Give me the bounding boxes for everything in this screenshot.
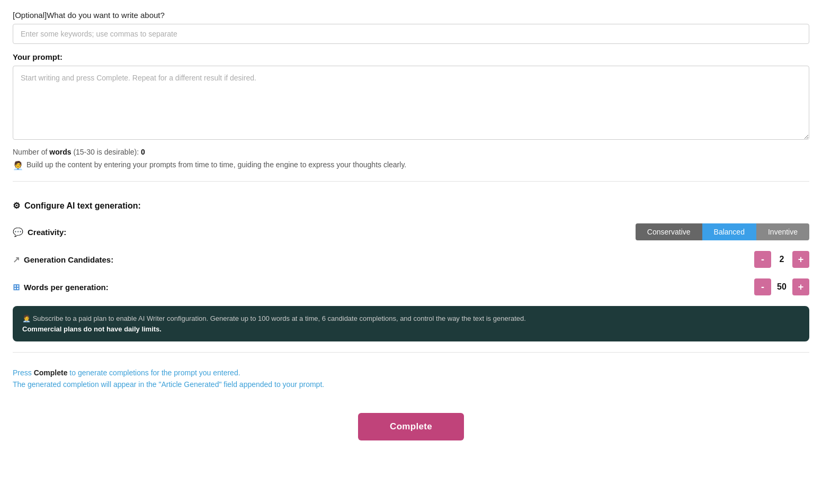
instructions-section: Press Complete to generate completions f… [13, 363, 809, 402]
creativity-label: Creativity: [28, 228, 66, 237]
separator [13, 352, 809, 353]
creativity-inventive-btn[interactable]: Inventive [756, 223, 809, 240]
configure-section: ⚙ Configure AI text generation: 💬 Creati… [13, 192, 809, 341]
generation-candidates-icon: ↗ [13, 255, 20, 265]
word-count-prefix: Number of [13, 148, 49, 156]
instruction-line1: Press Complete to generate completions f… [13, 368, 809, 377]
generation-candidates-value: 2 [775, 255, 788, 264]
complete-btn-row: Complete [13, 413, 809, 440]
words-per-generation-plus-btn[interactable]: + [792, 278, 809, 295]
prompt-label: Your prompt: [13, 52, 809, 61]
creativity-label-group: 💬 Creativity: [13, 227, 66, 237]
words-per-generation-label-group: ⊞ Words per generation: [13, 282, 109, 292]
word-count-number: 0 [141, 148, 145, 156]
tip-row: 🧑‍💼 Build up the content by entering you… [13, 160, 809, 182]
word-count-bold: words [49, 148, 71, 156]
generation-candidates-stepper: - 2 + [754, 251, 809, 268]
creativity-conservative-btn[interactable]: Conservative [636, 223, 702, 240]
upgrade-banner: 🧑‍💼 Subscribe to a paid plan to enable A… [13, 306, 809, 341]
words-per-generation-stepper: - 50 + [754, 278, 809, 295]
words-per-generation-label: Words per generation: [24, 283, 109, 292]
main-container: [Optional]What do you want to write abou… [0, 0, 822, 462]
tip-emoji: 🧑‍💼 [13, 160, 23, 170]
words-per-generation-icon: ⊞ [13, 282, 20, 292]
upgrade-banner-text: Subscribe to a paid plan to enable AI Wr… [33, 314, 526, 322]
creativity-buttons-group: Conservative Balanced Inventive [636, 223, 809, 240]
word-count-range: (15-30 is desirable): [73, 148, 139, 156]
prompt-textarea[interactable] [13, 66, 809, 140]
keywords-label: [Optional]What do you want to write abou… [13, 11, 809, 20]
creativity-row: 💬 Creativity: Conservative Balanced Inve… [13, 223, 809, 240]
instruction-line2: The generated completion will appear in … [13, 380, 809, 389]
creativity-balanced-btn[interactable]: Balanced [702, 223, 756, 240]
words-per-generation-value: 50 [775, 282, 788, 292]
tip-text: Build up the content by entering your pr… [26, 160, 406, 169]
word-count-row: Number of words (15-30 is desirable): 0 [13, 148, 809, 156]
configure-title: ⚙ Configure AI text generation: [13, 201, 809, 211]
generation-candidates-plus-btn[interactable]: + [792, 251, 809, 268]
configure-title-text: Configure AI text generation: [24, 201, 141, 211]
generation-candidates-row: ↗ Generation Candidates: - 2 + [13, 251, 809, 268]
instruction-line1-suffix: to generate completions for the prompt y… [67, 368, 240, 377]
configure-icon: ⚙ [13, 201, 20, 211]
instruction-line1-prefix: Press [13, 368, 34, 377]
upgrade-banner-emoji: 🧑‍💼 [22, 314, 31, 322]
generation-candidates-label: Generation Candidates: [24, 255, 113, 264]
complete-button[interactable]: Complete [358, 413, 464, 440]
keywords-input[interactable] [13, 24, 809, 44]
generation-candidates-minus-btn[interactable]: - [754, 251, 771, 268]
words-per-generation-minus-btn[interactable]: - [754, 278, 771, 295]
creativity-icon: 💬 [13, 227, 23, 237]
upgrade-banner-bold: Commercial plans do not have daily limit… [22, 325, 162, 333]
words-per-generation-row: ⊞ Words per generation: - 50 + [13, 278, 809, 295]
instruction-complete-bold: Complete [34, 368, 68, 377]
generation-candidates-label-group: ↗ Generation Candidates: [13, 255, 113, 265]
